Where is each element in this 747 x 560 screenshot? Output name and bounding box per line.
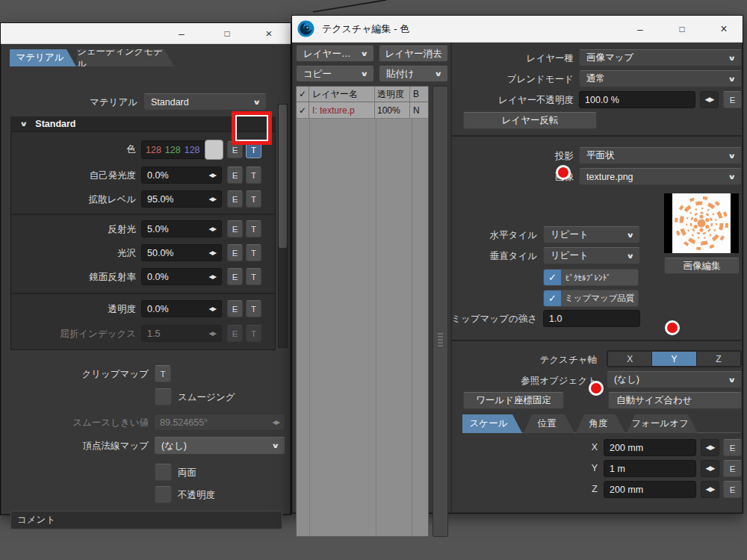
scrollbar-grip[interactable] [435, 332, 446, 348]
envelope-button[interactable]: E [723, 91, 742, 108]
chevron-down-icon: ∨ [728, 173, 736, 181]
layer-row-check[interactable]: ✓ [297, 102, 309, 118]
envelope-button[interactable]: E [723, 481, 742, 498]
color-swatch[interactable] [205, 140, 223, 160]
value-field[interactable]: 0.0% ◀▶ [141, 268, 222, 285]
mini-slider-icon[interactable]: ◀▶ [208, 226, 216, 232]
layer-row[interactable]: ✓ I: texture.p 100% N [297, 102, 428, 119]
envelope-button[interactable]: E [723, 439, 742, 456]
texture-button[interactable]: T [246, 300, 261, 317]
width-tile-select[interactable]: リピート ∨ [543, 226, 640, 243]
scrollbar-thumb[interactable] [279, 105, 287, 248]
mipmap-strength-field[interactable]: 1.0 [543, 310, 640, 327]
mini-slider-button[interactable]: ◀▶ [701, 481, 719, 498]
mini-slider-icon[interactable]: ◀▶ [208, 250, 216, 256]
texture-preview[interactable] [664, 193, 739, 253]
smoothing-checkbox[interactable] [155, 388, 172, 405]
layer-list[interactable]: ✓ レイヤー名 透明度 B ✓ I: texture.p [296, 86, 429, 537]
opacity-checkbox[interactable] [155, 486, 172, 503]
layer-row-name[interactable]: I: texture.p [309, 102, 375, 118]
scale-z-field[interactable]: 200 mm [604, 481, 696, 498]
tab-shading-model[interactable]: シェーディングモデル [77, 49, 174, 66]
value-field[interactable]: 0.0% ◀▶ [141, 300, 222, 317]
material-window-titlebar[interactable]: – □ × [1, 23, 291, 44]
value-field[interactable]: 0.0% ◀▶ [141, 167, 222, 184]
envelope-button[interactable]: E [227, 300, 243, 317]
mini-slider-button[interactable]: ◀▶ [701, 439, 719, 456]
layer-opacity-label: レイヤー不透明度 [457, 94, 574, 107]
mini-slider-button[interactable]: ◀▶ [700, 91, 719, 108]
collapse-icon[interactable]: ∨ [19, 120, 28, 128]
divider [452, 340, 742, 341]
envelope-button[interactable]: E [227, 190, 243, 208]
tab-material[interactable]: マテリアル [10, 49, 76, 66]
tab-position[interactable]: 位置 [524, 414, 574, 433]
envelope-button[interactable]: E [227, 244, 243, 261]
texture-axis-y[interactable]: Y [652, 352, 695, 366]
invert-layer-button[interactable]: レイヤー反転 [463, 112, 597, 129]
projection-select[interactable]: 平面状 ∨ [579, 147, 742, 164]
double-sided-checkbox[interactable] [155, 464, 172, 481]
reference-object-select[interactable]: (なし) ∨ [607, 371, 742, 388]
texture-button[interactable]: T [246, 268, 261, 285]
clip-map-texture-button[interactable]: T [155, 365, 171, 382]
header-check[interactable]: ✓ [297, 87, 309, 102]
world-coords-button[interactable]: ワールド座標固定 [463, 392, 564, 409]
header-blend[interactable]: B [410, 87, 427, 102]
mini-slider-button[interactable]: ◀▶ [701, 460, 719, 477]
paste-dropdown[interactable]: 貼付け ∨ [379, 66, 448, 82]
maximize-icon[interactable]: □ [219, 28, 235, 39]
width-tile-value: リピート [551, 228, 589, 241]
texture-button[interactable]: T [246, 244, 261, 261]
tab-scale[interactable]: スケール [462, 414, 522, 433]
image-select[interactable]: texture.png ∨ [579, 168, 742, 185]
mini-slider-icon[interactable]: ◀▶ [208, 196, 216, 202]
texture-window-titlebar[interactable]: テクスチャ編集 - 色 – □ × [292, 16, 743, 43]
header-name[interactable]: レイヤー名 [309, 87, 375, 102]
header-opacity[interactable]: 透明度 [375, 87, 410, 102]
minimize-icon[interactable]: – [632, 23, 648, 35]
auto-size-button[interactable]: 自動サイズ合わせ [608, 392, 742, 409]
minimize-icon[interactable]: – [173, 28, 190, 40]
texture-button[interactable]: T [246, 167, 261, 184]
envelope-button[interactable]: E [723, 460, 742, 477]
layer-remove-button[interactable]: レイヤー消去 [379, 46, 448, 62]
texture-axis-z[interactable]: Z [697, 352, 740, 366]
envelope-button[interactable]: E [227, 167, 243, 184]
texture-axis-x[interactable]: X [608, 352, 651, 366]
copy-dropdown[interactable]: コピー ∨ [296, 66, 374, 82]
material-select[interactable]: Standard ∨ [143, 93, 267, 111]
vertex-normal-select[interactable]: (なし) ∨ [154, 437, 285, 455]
tab-rotation[interactable]: 角度 [576, 414, 625, 433]
value-field[interactable]: 95.0% ◀▶ [141, 190, 222, 208]
close-icon[interactable]: × [261, 27, 277, 40]
image-edit-button[interactable]: 画像編集 [664, 258, 740, 274]
layer-row-blend[interactable]: N [410, 102, 427, 118]
layer-menu-dropdown[interactable]: レイヤー… ∨ [296, 46, 374, 62]
envelope-button[interactable]: E [227, 220, 243, 237]
maximize-icon[interactable]: □ [674, 24, 690, 34]
close-icon[interactable]: × [716, 22, 732, 36]
height-tile-select[interactable]: リピート ∨ [543, 247, 640, 264]
value-field[interactable]: 50.0% ◀▶ [141, 244, 222, 261]
layer-type-select[interactable]: 画像マップ ∨ [579, 49, 742, 66]
mini-slider-icon[interactable]: ◀▶ [208, 274, 216, 280]
tab-falloff[interactable]: フォールオフ [627, 414, 698, 433]
blend-mode-label: ブレンドモード [457, 73, 574, 86]
blend-mode-select[interactable]: 通常 ∨ [579, 70, 742, 87]
mini-slider-icon[interactable]: ◀▶ [208, 306, 216, 312]
comment-field[interactable]: コメント [10, 511, 282, 529]
envelope-button[interactable]: E [227, 268, 243, 285]
chevron-down-icon: ∨ [626, 231, 634, 239]
scale-x-field[interactable]: 200 mm [604, 439, 696, 456]
mini-slider-icon[interactable]: ◀▶ [208, 172, 216, 178]
mipmap-quality-checkbox[interactable]: ✓ ミップマップ品質 [543, 290, 639, 307]
value-field[interactable]: 5.0% ◀▶ [141, 220, 222, 237]
pixel-blend-checkbox[interactable]: ✓ ﾋﾟｸｾﾙﾌﾞﾚﾝﾄﾞ [543, 269, 639, 286]
scale-y-field[interactable]: 1 m [604, 460, 696, 477]
texture-button[interactable]: T [246, 220, 261, 237]
layer-opacity-field[interactable]: 100.0 % [579, 91, 695, 108]
texture-button[interactable]: T [246, 190, 261, 208]
layer-row-opacity[interactable]: 100% [375, 102, 410, 118]
layer-list-scrollbar[interactable] [433, 86, 448, 537]
